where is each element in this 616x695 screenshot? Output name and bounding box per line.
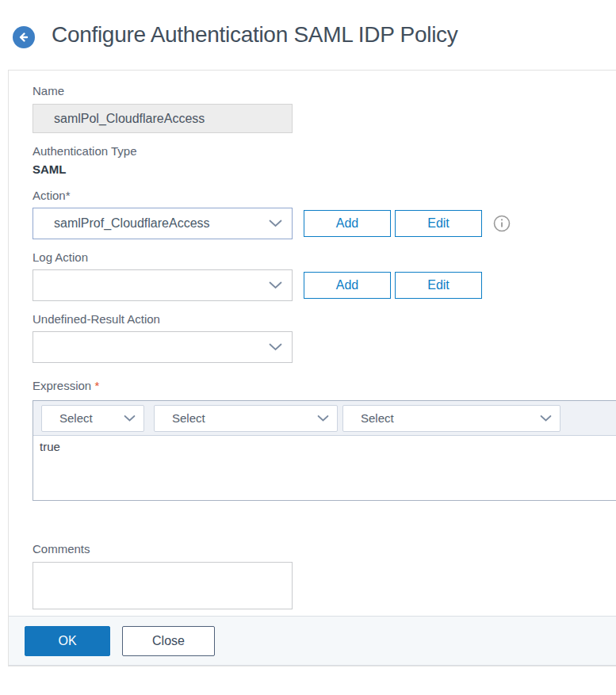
expression-label: Expression * [33,379,616,393]
required-asterisk: * [94,379,99,392]
chevron-down-icon [540,414,552,422]
action-label: Action* [33,189,616,203]
undefined-action-select[interactable] [33,331,293,363]
expression-toolbar: Select Select Select [33,401,616,436]
log-action-add-button[interactable]: Add [304,272,391,299]
action-select-value: samlProf_CloudflareAccess [33,216,210,231]
expression-builder: Select Select Select [33,400,616,501]
auth-type-value: SAML [33,162,616,177]
log-action-edit-button[interactable]: Edit [395,272,482,299]
form-panel: Name Authentication Type SAML Action* sa… [8,70,616,666]
expression-select-2[interactable]: Select [154,405,338,432]
undefined-action-label: Undefined-Result Action [33,312,616,326]
chevron-down-icon [269,281,282,289]
close-button[interactable]: Close [122,626,215,656]
name-input [33,104,293,133]
ok-button[interactable]: OK [25,626,110,656]
expression-select-3[interactable]: Select [342,405,561,432]
chevron-down-icon [269,343,282,351]
chevron-down-icon [124,414,136,422]
arrow-left-icon [17,30,31,44]
dialog-footer: OK Close [9,616,616,666]
comments-label: Comments [33,542,616,556]
comments-input[interactable] [33,562,293,609]
action-edit-button[interactable]: Edit [395,210,482,237]
chevron-down-icon [317,414,329,422]
dialog-header: Configure Authentication SAML IDP Policy [0,0,616,70]
action-select[interactable]: samlProf_CloudflareAccess [33,208,293,239]
expression-select-1[interactable]: Select [41,405,144,432]
name-label: Name [33,84,616,98]
back-button[interactable] [13,26,35,48]
auth-type-label: Authentication Type [33,144,616,158]
expression-input[interactable]: true [33,436,616,497]
info-icon[interactable] [493,215,511,232]
page-title: Configure Authentication SAML IDP Policy [52,22,458,48]
action-add-button[interactable]: Add [304,210,391,237]
chevron-down-icon [269,220,282,227]
log-action-label: Log Action [33,250,616,265]
log-action-select[interactable] [33,269,293,301]
